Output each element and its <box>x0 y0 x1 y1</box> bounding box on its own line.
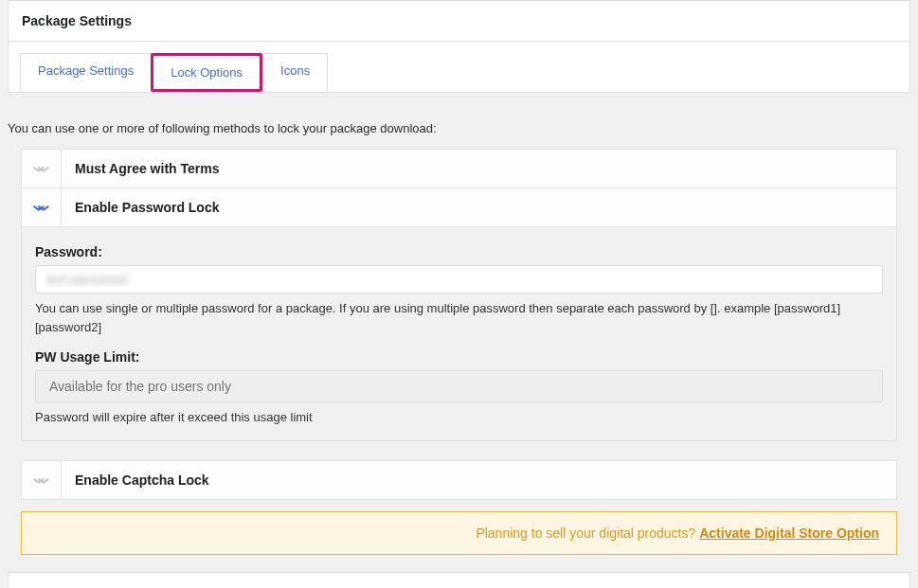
password-help: You can use single or multiple password … <box>35 299 883 336</box>
toggle-indicator: ❯❯ <box>22 150 62 187</box>
accordion-captcha-lock: ❯❯ Enable Captcha Lock <box>22 461 896 500</box>
panel-title: Package Settings <box>22 13 896 28</box>
lock-options-body: ❯❯ Must Agree with Terms ❯❯ Enable Passw… <box>8 149 910 555</box>
password-field-group: Password: You can use single or multiple… <box>35 244 883 336</box>
pw-limit-help: Password will expire after it exceed thi… <box>35 408 883 427</box>
pw-limit-field-group: PW Usage Limit: Password will expire aft… <box>35 349 883 427</box>
tabs-row: Package Settings Lock Options Icons <box>9 42 909 92</box>
accordion-password-lock: ❯❯ Enable Password Lock Password: You ca… <box>22 188 896 441</box>
tab-package-settings[interactable]: Package Settings <box>20 53 152 92</box>
pw-limit-input <box>35 370 883 402</box>
toggle-indicator: ❯❯ <box>22 461 62 499</box>
tab-lock-options[interactable]: Lock Options <box>151 53 262 92</box>
password-input[interactable] <box>35 265 883 294</box>
accordion-title: Enable Password Lock <box>62 200 896 215</box>
captcha-accordion: ❯❯ Enable Captcha Lock <box>21 460 897 500</box>
accordion-title: Enable Captcha Lock <box>62 472 896 488</box>
double-check-icon: ❯❯ <box>37 475 46 484</box>
tab-label: Package Settings <box>38 63 134 78</box>
accordion-header-password-lock[interactable]: ❯❯ Enable Password Lock <box>22 188 896 226</box>
double-check-icon: ❯❯ <box>37 204 46 212</box>
package-settings-panel: Package Settings Package Settings Lock O… <box>8 0 910 93</box>
tab-label: Lock Options <box>171 65 243 80</box>
promo-text: Planning to sell your digital products? <box>476 526 699 541</box>
pw-limit-label: PW Usage Limit: <box>35 349 883 365</box>
toggle-indicator: ❯❯ <box>22 188 62 226</box>
password-label: Password: <box>35 244 883 259</box>
excerpt-title: Excerpt <box>22 585 896 589</box>
double-check-icon: ❯❯ <box>37 165 46 173</box>
accordion-body-password-lock: Password: You can use single or multiple… <box>22 226 896 440</box>
panel-header: Package Settings <box>9 1 909 42</box>
tab-icons[interactable]: Icons <box>262 53 328 92</box>
intro-text: You can use one or more of following met… <box>8 110 910 149</box>
excerpt-header: Excerpt <box>9 573 909 589</box>
promo-banner: Planning to sell your digital products? … <box>21 511 897 555</box>
accordion-must-agree: ❯❯ Must Agree with Terms <box>22 150 896 188</box>
activate-store-link[interactable]: Activate Digital Store Option <box>699 526 879 541</box>
accordion-header-captcha-lock[interactable]: ❯❯ Enable Captcha Lock <box>22 461 896 499</box>
lock-accordion: ❯❯ Must Agree with Terms ❯❯ Enable Passw… <box>21 149 897 441</box>
excerpt-panel: Excerpt <box>8 572 910 589</box>
accordion-header-must-agree[interactable]: ❯❯ Must Agree with Terms <box>22 150 896 187</box>
tab-label: Icons <box>280 63 310 78</box>
accordion-title: Must Agree with Terms <box>62 161 896 176</box>
